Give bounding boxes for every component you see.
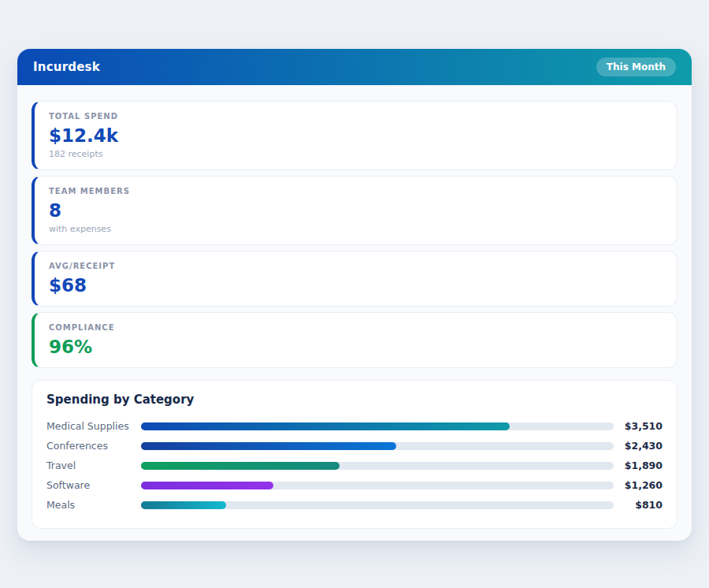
app-window: Incurdesk This Month TOTAL SPEND $12.4k …: [17, 49, 692, 541]
bar-track: [141, 422, 614, 430]
chart-row-conferences: Conferences $2,430: [46, 436, 663, 456]
bar-fill: [141, 442, 396, 450]
stat-card-team-members: TEAM MEMBERS 8 with expenses: [32, 176, 677, 245]
chart-row-software: Software $1,260: [46, 475, 663, 495]
amount-label: $810: [620, 499, 663, 511]
app-header: Incurdesk This Month: [17, 49, 692, 85]
chart-row-medical-supplies: Medical Supplies $3,510: [46, 416, 663, 436]
chart-row-meals: Meals $810: [46, 495, 663, 515]
category-label: Travel: [46, 460, 141, 471]
stat-sub: 182 receipts: [49, 149, 663, 160]
amount-label: $1,890: [620, 460, 663, 471]
bar-track: [141, 501, 614, 509]
chart-title: Spending by Category: [46, 393, 663, 407]
amount-label: $3,510: [620, 420, 663, 432]
bar-fill: [141, 462, 340, 470]
bar-fill: [141, 501, 226, 509]
stat-value: $68: [49, 275, 663, 296]
category-label: Software: [46, 479, 141, 491]
period-badge[interactable]: This Month: [596, 58, 676, 76]
stat-label: TOTAL SPEND: [49, 111, 663, 121]
bar-fill: [141, 422, 510, 430]
bar-track: [141, 462, 614, 470]
category-label: Conferences: [46, 440, 141, 452]
bar-track: [141, 482, 614, 489]
stat-card-compliance: COMPLIANCE 96%: [32, 312, 677, 368]
category-label: Meals: [46, 499, 141, 511]
stat-value: 8: [49, 200, 663, 221]
app-title: Incurdesk: [33, 60, 100, 74]
category-label: Medical Supplies: [46, 420, 141, 432]
amount-label: $1,260: [620, 479, 663, 491]
bar-track: [141, 442, 614, 450]
dashboard-content: TOTAL SPEND $12.4k 182 receipts TEAM MEM…: [17, 85, 692, 541]
stat-value: $12.4k: [49, 125, 663, 147]
stat-label: TEAM MEMBERS: [49, 186, 663, 196]
stat-sub: with expenses: [49, 224, 663, 235]
chart-row-travel: Travel $1,890: [46, 456, 663, 475]
stat-label: AVG/RECEIPT: [49, 261, 663, 271]
stat-card-total-spend: TOTAL SPEND $12.4k 182 receipts: [32, 101, 677, 170]
amount-label: $2,430: [620, 440, 663, 452]
spending-chart-card: Spending by Category Medical Supplies $3…: [32, 380, 677, 529]
stat-card-avg-receipt: AVG/RECEIPT $68: [32, 251, 677, 307]
bar-fill: [141, 482, 273, 489]
stat-value: 96%: [49, 337, 663, 358]
stat-label: COMPLIANCE: [49, 322, 663, 333]
